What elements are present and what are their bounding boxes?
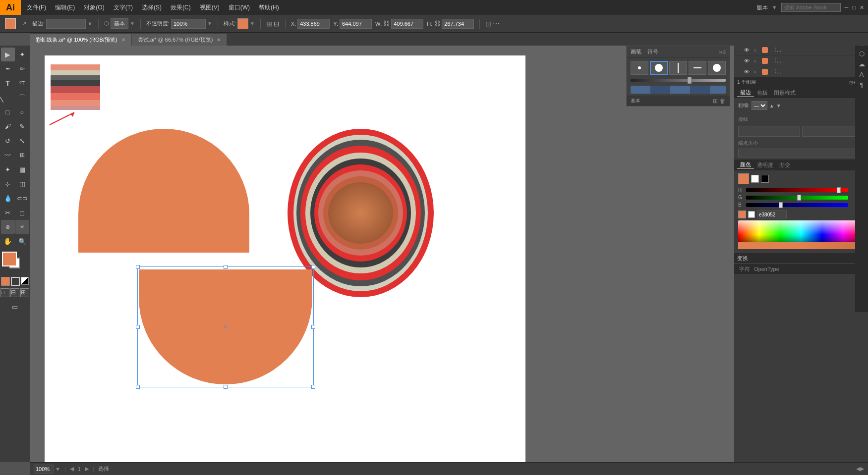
handle-ml[interactable] bbox=[136, 325, 140, 329]
paintbrush-tool[interactable]: 🖌 bbox=[1, 119, 15, 133]
tab-1-close[interactable]: ✕ bbox=[121, 37, 125, 43]
menu-object[interactable]: 对象(O) bbox=[80, 2, 108, 13]
status-right-arrows[interactable]: ◀▶ bbox=[856, 466, 864, 472]
foreground-color[interactable] bbox=[2, 252, 17, 266]
direct-selection-tool[interactable]: ✦ bbox=[15, 48, 29, 61]
color-tab-gradient[interactable]: 渐变 bbox=[776, 161, 793, 169]
window-close[interactable]: ✕ bbox=[860, 4, 864, 11]
blend-mode-value[interactable]: 基本 bbox=[111, 18, 128, 29]
brush-opt-dash[interactable] bbox=[689, 61, 706, 75]
selection-tool[interactable]: ▶ bbox=[1, 48, 15, 61]
vertical-type-tool[interactable]: ⁰T bbox=[15, 76, 29, 90]
align-to-icon[interactable]: ⊡ bbox=[485, 20, 491, 28]
assets-icon[interactable]: ⬡ bbox=[859, 50, 865, 57]
inside-draw-mode[interactable]: ⊞ bbox=[20, 288, 29, 297]
zoom-tool[interactable]: 🔍 bbox=[15, 234, 29, 248]
fill-color-swatch[interactable] bbox=[5, 18, 16, 29]
style-dropdown[interactable]: ▼ bbox=[250, 21, 255, 26]
mesh-tool[interactable]: ⊹ bbox=[1, 177, 15, 191]
canvas-area[interactable] bbox=[30, 46, 734, 462]
transform-icon[interactable]: ⊟ bbox=[274, 20, 280, 28]
color-black-swatch[interactable] bbox=[761, 175, 769, 183]
brush-opt-circle[interactable] bbox=[650, 61, 668, 75]
char-styles-icon[interactable]: A bbox=[860, 71, 864, 78]
status-prev-page[interactable]: ◀ bbox=[70, 466, 74, 472]
r-slider-track[interactable] bbox=[746, 188, 848, 192]
menu-select[interactable]: 选择(S) bbox=[138, 2, 166, 13]
color-white-swatch[interactable] bbox=[751, 175, 759, 183]
warp-tool[interactable]: 〰 bbox=[1, 148, 15, 162]
handle-bc[interactable] bbox=[224, 385, 228, 389]
lock-h-icon[interactable]: ⛓ bbox=[434, 20, 440, 27]
line-tool[interactable]: / bbox=[0, 88, 17, 107]
slice-tool[interactable]: ✂ bbox=[1, 206, 15, 219]
rotate-tool[interactable]: ↺ bbox=[1, 134, 15, 148]
brush-opt-line[interactable] bbox=[669, 61, 687, 75]
layer-eye-sub-3[interactable]: 👁 bbox=[744, 47, 752, 53]
menu-help[interactable]: 帮助(H) bbox=[255, 2, 283, 13]
brush-slider-track[interactable] bbox=[631, 79, 726, 82]
stroke-dropdown[interactable]: ▼ bbox=[87, 21, 93, 27]
layer-eye-sub-5[interactable]: 👁 bbox=[744, 69, 752, 75]
menu-file[interactable]: 文件(F) bbox=[23, 2, 50, 13]
eraser-tool[interactable]: ◻ bbox=[15, 206, 29, 219]
w-input[interactable] bbox=[391, 19, 423, 29]
blend-tool[interactable]: ⊂⊃ bbox=[15, 191, 29, 205]
screen-mode-button[interactable]: ▭ bbox=[8, 300, 22, 314]
brush-options-icon[interactable]: ⊞ bbox=[713, 98, 718, 105]
opacity-input[interactable] bbox=[171, 19, 206, 29]
tab-2[interactable]: 尝试.ai* @ 66.67% (RGB/预览) ✕ bbox=[132, 34, 228, 46]
pencil-tool[interactable]: ✎ bbox=[15, 119, 29, 133]
brush-panel-menu[interactable]: ≡ bbox=[722, 49, 726, 55]
handle-bl[interactable] bbox=[136, 385, 140, 389]
pen-tool[interactable]: ✒ bbox=[1, 62, 15, 76]
y-input[interactable] bbox=[340, 19, 372, 29]
stroke-swatch[interactable] bbox=[11, 277, 20, 286]
scale-tool[interactable]: ⤡ bbox=[15, 134, 29, 148]
back-draw-mode[interactable]: ⊟ bbox=[10, 288, 19, 297]
handle-br[interactable] bbox=[311, 385, 315, 389]
menu-window[interactable]: 窗口(W) bbox=[225, 2, 254, 13]
symbol-sprayer-tool[interactable]: ✦ bbox=[1, 162, 15, 176]
cc-libs-icon[interactable]: ☁ bbox=[859, 60, 865, 68]
layer-sub-5[interactable]: 👁 ● 〈... ○ ○ bbox=[734, 66, 868, 77]
para-styles-icon[interactable]: ¶ bbox=[860, 81, 864, 89]
stroke-weight-select[interactable]: — bbox=[752, 101, 767, 110]
h-input[interactable] bbox=[442, 19, 474, 29]
menu-view[interactable]: 视图(V) bbox=[196, 2, 224, 13]
brush-opt-circle-2[interactable] bbox=[708, 61, 726, 75]
handle-tc[interactable] bbox=[224, 265, 228, 269]
magic-wand-tool[interactable]: ✳ bbox=[15, 220, 29, 234]
menu-text[interactable]: 文字(T) bbox=[110, 2, 137, 13]
handle-tl[interactable] bbox=[136, 265, 140, 269]
free-transform-tool[interactable]: ⊞ bbox=[15, 148, 29, 162]
stroke-field-1[interactable]: — bbox=[738, 126, 800, 137]
opacity-dropdown[interactable]: ▼ bbox=[207, 21, 212, 26]
zoom-input[interactable] bbox=[34, 465, 54, 474]
brush-slider-thumb[interactable] bbox=[688, 77, 692, 84]
eyedropper-tool[interactable]: 💧 bbox=[1, 191, 15, 205]
lock-proportions-icon[interactable]: ⛓ bbox=[383, 20, 390, 27]
brush-swatch-strip[interactable] bbox=[631, 86, 726, 94]
prop-tab-swatches[interactable]: 色板 bbox=[754, 89, 771, 97]
window-restore[interactable]: □ bbox=[852, 4, 856, 10]
color-tab-transparency[interactable]: 透明度 bbox=[754, 161, 776, 169]
hand-tool[interactable]: ✋ bbox=[1, 234, 15, 248]
b-slider-thumb[interactable] bbox=[779, 202, 783, 208]
stroke-value[interactable] bbox=[46, 19, 86, 29]
r-slider-thumb[interactable] bbox=[837, 187, 841, 193]
char-tab-char[interactable]: 字符 bbox=[737, 265, 752, 273]
tab-1[interactable]: 彩虹线条.ai* @ 100% (RGB/预览) ✕ bbox=[30, 34, 132, 46]
brush-opt-dot-small[interactable] bbox=[631, 61, 648, 75]
ellipse-tool[interactable]: ○ bbox=[15, 105, 29, 119]
gradient-tool[interactable]: ◫ bbox=[15, 177, 29, 191]
prop-tab-graphic-styles[interactable]: 图形样式 bbox=[771, 89, 799, 97]
color-spectrum[interactable] bbox=[738, 220, 864, 249]
selected-half-circle[interactable] bbox=[139, 269, 312, 384]
layer-sub-4[interactable]: 👁 ● 〈... ○ ○ bbox=[734, 55, 868, 66]
blend-dropdown[interactable]: ▼ bbox=[130, 21, 135, 26]
lasso-tool[interactable]: ⊗ bbox=[1, 220, 15, 234]
layer-eye-sub-4[interactable]: 👁 bbox=[744, 58, 752, 64]
brush-delete-icon[interactable]: 🗑 bbox=[720, 98, 726, 105]
g-slider-track[interactable] bbox=[746, 196, 848, 200]
